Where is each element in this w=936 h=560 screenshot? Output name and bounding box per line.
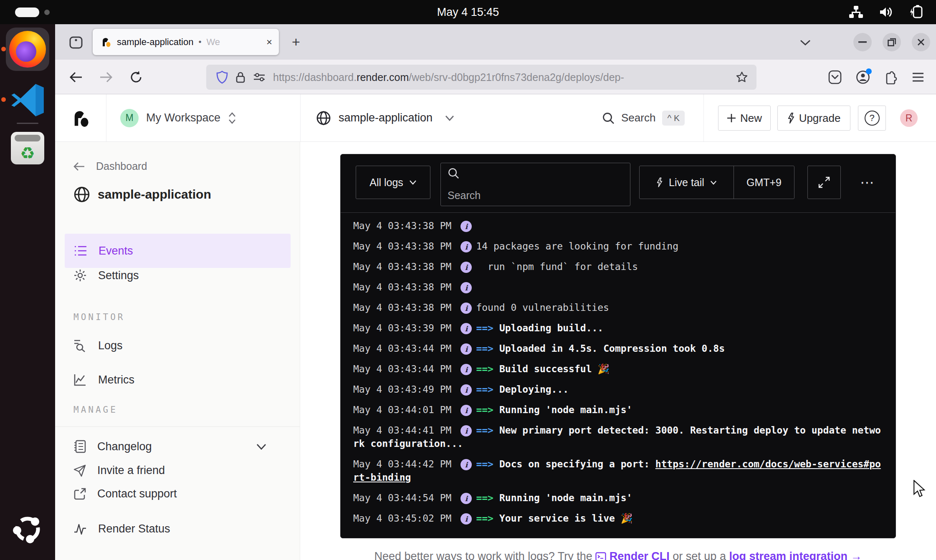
back-icon[interactable]: [68, 69, 84, 86]
workspace-selector[interactable]: M My Workspace: [120, 94, 236, 141]
log-entry[interactable]: May 4 03:44:01 PMi==>Running 'node main.…: [353, 403, 883, 416]
live-tail-button[interactable]: Live tail: [640, 177, 734, 189]
upgrade-button-label: Upgrade: [799, 112, 841, 125]
log-entry[interactable]: May 4 03:44:54 PMi==>Running 'node main.…: [353, 491, 883, 505]
log-timestamp: May 4 03:44:42 PM: [353, 459, 451, 469]
sidebar-item-metrics[interactable]: Metrics: [73, 373, 134, 386]
dock-vscode[interactable]: [10, 83, 45, 118]
tab-close-icon[interactable]: ×: [266, 36, 272, 48]
chevron-down-icon: [445, 115, 454, 121]
log-stream-link[interactable]: log stream integration →: [729, 550, 862, 560]
external-link-icon: [73, 488, 86, 500]
new-tab-button[interactable]: +: [287, 33, 305, 51]
render-cli-link[interactable]: Render CLI: [610, 550, 670, 560]
dock-firefox[interactable]: [6, 28, 49, 71]
log-lines[interactable]: May 4 03:43:38 PMiMay 4 03:43:38 PMi14 p…: [341, 213, 896, 538]
sidebar-item-contact[interactable]: Contact support: [73, 487, 177, 500]
log-entry[interactable]: May 4 03:43:49 PMi==>Deploying...: [353, 383, 883, 396]
render-logo-icon[interactable]: [72, 108, 90, 128]
log-entry[interactable]: May 4 03:43:44 PMi==>Uploaded in 4.5s. C…: [353, 342, 883, 355]
changelog-chevron-icon[interactable]: [256, 444, 266, 450]
expand-button[interactable]: [807, 166, 841, 199]
timezone-button[interactable]: GMT+9: [734, 177, 794, 189]
sidebar-item-events[interactable]: Events: [65, 234, 291, 268]
dock-ubuntu[interactable]: [12, 513, 43, 545]
log-entry[interactable]: May 4 03:43:38 PMi: [353, 219, 883, 232]
minimize-button[interactable]: [853, 33, 872, 51]
user-avatar[interactable]: R: [900, 109, 918, 127]
url-bar[interactable]: https://dashboard.render.com/web/srv-d0b…: [206, 65, 756, 90]
info-icon: i: [460, 405, 472, 416]
log-search-box[interactable]: [440, 163, 630, 206]
log-timestamp: May 4 03:44:54 PM: [353, 492, 451, 503]
log-entry[interactable]: May 4 03:43:38 PMi: [353, 280, 883, 294]
header-search[interactable]: Search ^ K: [602, 94, 685, 141]
globe-icon: [73, 186, 90, 203]
account-notification-dot: [866, 68, 872, 74]
sidebar-item-logs[interactable]: Logs: [73, 339, 123, 352]
new-button[interactable]: New: [718, 106, 771, 131]
reload-icon[interactable]: [128, 69, 144, 86]
log-arrow: ==>: [476, 384, 493, 395]
new-button-label: New: [740, 112, 762, 125]
service-name: sample-application: [339, 111, 433, 124]
shield-icon[interactable]: [216, 71, 228, 84]
system-tray[interactable]: [848, 0, 925, 24]
log-entry[interactable]: May 4 03:44:41 PMi==>New primary port de…: [353, 424, 883, 450]
pocket-icon[interactable]: [828, 70, 842, 84]
sidebar-back-dashboard[interactable]: Dashboard: [73, 160, 147, 172]
system-clock[interactable]: May 4 15:45: [0, 0, 936, 24]
menu-icon[interactable]: [912, 72, 924, 82]
changelog-icon: [73, 440, 86, 453]
back-arrow-icon: [73, 162, 85, 171]
browser-tab[interactable]: sample-application • We ×: [93, 29, 279, 55]
lock-icon[interactable]: [235, 71, 245, 83]
sidebar-service[interactable]: sample-application: [73, 186, 211, 203]
close-button[interactable]: [912, 33, 930, 51]
service-selector[interactable]: sample-application: [316, 94, 454, 141]
log-toolbar: All logs Live tail: [341, 154, 896, 213]
log-filter-dropdown[interactable]: All logs: [356, 166, 430, 199]
log-entry[interactable]: May 4 03:43:44 PMi==>Build successful 🎉: [353, 362, 883, 376]
info-icon: i: [460, 221, 472, 232]
help-button[interactable]: ?: [858, 106, 886, 131]
sidebar-item-render-status[interactable]: Render Status: [73, 522, 170, 535]
log-arrow: ==>: [476, 492, 493, 503]
log-message: Uploaded in 4.5s. Compression took 0.8s: [499, 343, 725, 354]
permissions-toggles-icon[interactable]: [253, 72, 266, 82]
trash-lid-icon: [15, 135, 40, 141]
url-text[interactable]: https://dashboard.render.com/web/srv-d0b…: [273, 71, 728, 83]
sidebar-item-settings[interactable]: Settings: [73, 269, 139, 282]
sidebar-item-label: Metrics: [98, 373, 134, 386]
firefox-view-icon[interactable]: [64, 34, 88, 51]
bookmark-star-icon[interactable]: [736, 71, 748, 83]
more-options-button[interactable]: ⋯: [860, 166, 875, 199]
maximize-button[interactable]: [883, 33, 901, 51]
log-entry[interactable]: May 4 03:43:38 PMi14 packages are lookin…: [353, 240, 883, 253]
log-timestamp: May 4 03:43:38 PM: [353, 241, 451, 252]
log-arrow: ==>: [476, 459, 493, 469]
system-top-bar: May 4 15:45: [0, 0, 936, 24]
log-message: 14 packages are looking for funding: [476, 241, 678, 252]
extensions-icon[interactable]: [884, 70, 898, 84]
log-search-input[interactable]: [448, 189, 623, 202]
log-entry[interactable]: May 4 03:44:42 PMi==>Docs on specifying …: [353, 457, 883, 484]
sidebar-item-invite[interactable]: Invite a friend: [73, 464, 165, 477]
events-list-icon: [74, 245, 87, 257]
vscode-running-dot: [1, 97, 6, 102]
sidebar-item-label: Invite a friend: [97, 464, 165, 477]
log-entry[interactable]: May 4 03:45:02 PMi==>Your service is liv…: [353, 512, 883, 525]
log-entry[interactable]: May 4 03:43:38 PMi run `npm fund` for de…: [353, 260, 883, 273]
log-entry[interactable]: May 4 03:43:38 PMifound 0 vulnerabilitie…: [353, 301, 883, 314]
sidebar-item-changelog[interactable]: Changelog: [73, 440, 282, 453]
info-icon: i: [460, 282, 472, 293]
dock-trash[interactable]: ♻: [11, 132, 44, 164]
upgrade-button[interactable]: Upgrade: [777, 106, 850, 131]
forward-icon[interactable]: [98, 69, 114, 86]
log-timestamp: May 4 03:43:38 PM: [353, 220, 451, 231]
log-message: Deploying...: [499, 384, 569, 395]
log-entry[interactable]: May 4 03:43:39 PMi==>Uploading build...: [353, 321, 883, 335]
tab-list-chevron-icon[interactable]: [795, 34, 816, 51]
log-timestamp: May 4 03:43:49 PM: [353, 384, 451, 395]
account-icon[interactable]: [856, 70, 870, 84]
